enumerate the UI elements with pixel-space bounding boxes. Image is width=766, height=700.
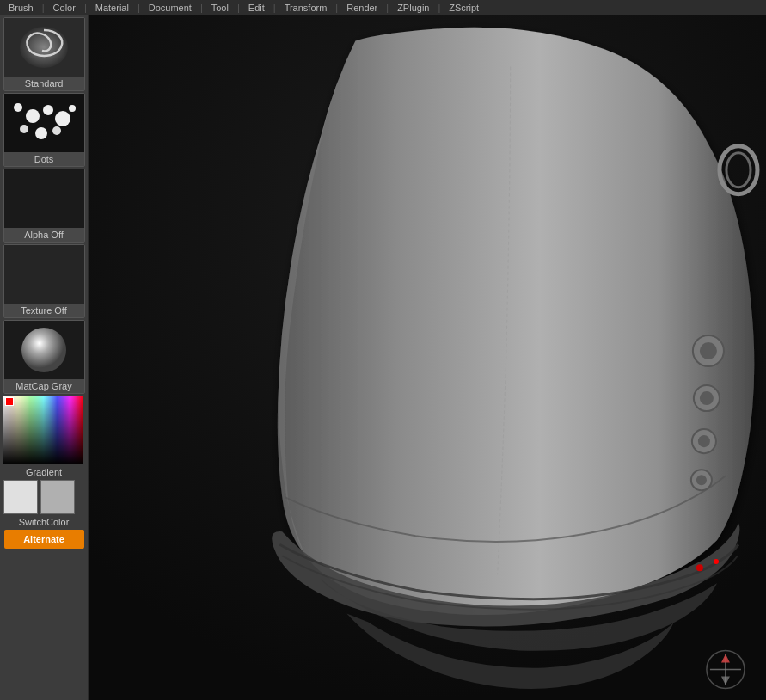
texture-off-label: Texture Off (4, 304, 84, 317)
standard-brush-item[interactable]: Standard (3, 17, 85, 91)
alternate-button[interactable]: Alternate (4, 530, 84, 549)
color-section: Gradient SwitchColor Alternate (3, 396, 85, 549)
matcap-item[interactable]: MatCap Gray (3, 320, 85, 394)
color-picker-wrapper[interactable] (3, 396, 85, 464)
svg-point-16 (698, 435, 710, 447)
alpha-off-label: Alpha Off (4, 228, 84, 242)
svg-point-21 (696, 564, 703, 571)
viewport (89, 15, 766, 700)
topbar-zplugin[interactable]: ZPlugin (394, 3, 432, 13)
standard-brush-label: Standard (4, 77, 84, 90)
topbar-tool[interactable]: Tool (208, 3, 232, 13)
matcap-preview (4, 321, 84, 379)
dots-brush-item[interactable]: Dots (3, 93, 85, 167)
dots-pattern-icon (5, 95, 83, 151)
topbar-zscript[interactable]: ZScript (445, 3, 482, 13)
3d-model-svg (89, 15, 766, 700)
topbar-sep4: | (200, 3, 203, 13)
svg-point-1 (14, 103, 22, 112)
svg-point-2 (26, 109, 40, 123)
compass-icon (707, 650, 745, 688)
svg-point-8 (52, 126, 61, 135)
sidebar: Standard Dots (0, 15, 89, 700)
svg-point-14 (700, 391, 714, 405)
alpha-off-item[interactable]: Alpha Off (3, 169, 85, 243)
svg-point-12 (700, 342, 717, 359)
switch-color-label: SwitchColor (3, 516, 85, 528)
gradient-label: Gradient (3, 466, 85, 478)
secondary-color-swatch[interactable] (40, 480, 75, 514)
topbar-sep2: | (84, 3, 87, 13)
svg-point-18 (696, 475, 707, 485)
topbar-sep7: | (335, 3, 338, 13)
texture-off-item[interactable]: Texture Off (3, 244, 85, 318)
texture-off-preview (4, 245, 84, 304)
topbar-sep8: | (386, 3, 389, 13)
dots-brush-label: Dots (4, 152, 84, 166)
svg-point-7 (35, 127, 47, 139)
matcap-sphere-icon (18, 324, 70, 376)
topbar: Brush | Color | Material | Document | To… (0, 0, 766, 15)
topbar-edit[interactable]: Edit (245, 3, 268, 13)
standard-swirl-icon (14, 21, 74, 73)
primary-color-swatch[interactable] (3, 480, 38, 514)
svg-point-6 (20, 125, 28, 133)
topbar-brush[interactable]: Brush (5, 3, 37, 13)
svg-point-4 (55, 111, 70, 126)
svg-point-3 (43, 105, 53, 115)
svg-point-5 (69, 105, 76, 112)
topbar-document[interactable]: Document (145, 3, 195, 13)
red-dot-marker (714, 559, 719, 564)
topbar-sep6: | (273, 3, 276, 13)
matcap-label: MatCap Gray (4, 379, 84, 393)
dots-brush-preview (4, 94, 84, 152)
color-indicator (5, 397, 14, 406)
topbar-sep9: | (438, 3, 440, 13)
topbar-sep1: | (42, 3, 45, 13)
topbar-color[interactable]: Color (50, 3, 79, 13)
standard-brush-preview (4, 18, 84, 77)
topbar-render[interactable]: Render (343, 3, 381, 13)
switch-color-row (3, 480, 85, 514)
alpha-off-preview (4, 169, 84, 228)
gradient-canvas[interactable] (3, 396, 83, 464)
svg-point-9 (21, 328, 66, 372)
topbar-material[interactable]: Material (92, 3, 132, 13)
topbar-sep5: | (237, 3, 240, 13)
model-container (89, 15, 766, 700)
topbar-transform[interactable]: Transform (281, 3, 331, 13)
topbar-sep3: | (138, 3, 140, 13)
